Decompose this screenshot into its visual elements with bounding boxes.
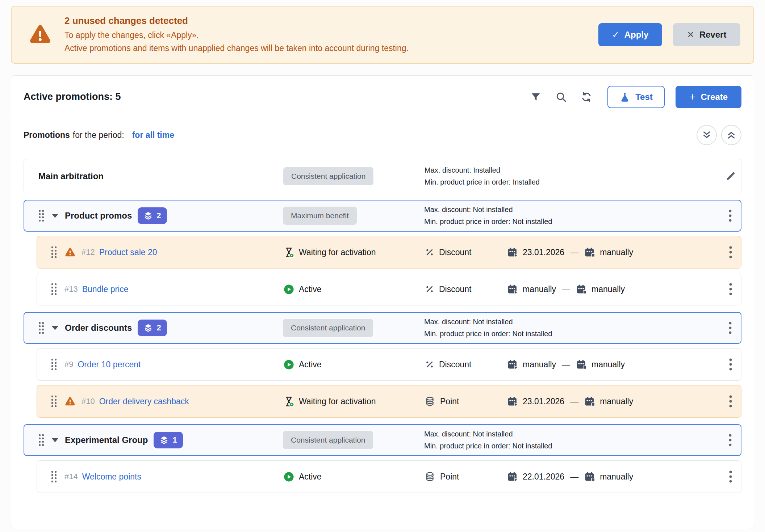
point-icon [425, 396, 436, 407]
promo-type-label: Discount [439, 284, 471, 294]
collapse-all-button[interactable] [721, 125, 741, 145]
row-menu-button[interactable] [720, 395, 741, 408]
discount-icon [425, 247, 435, 257]
calendar-start-icon [507, 359, 518, 370]
group-count-badge: 2 [138, 320, 167, 336]
banner-title: 2 unused changes detected [64, 15, 409, 26]
drag-handle[interactable] [51, 283, 57, 295]
row-menu-button[interactable] [720, 358, 741, 371]
row-menu-button[interactable] [720, 246, 741, 259]
drag-handle[interactable] [39, 210, 44, 221]
collapse-caret-icon[interactable] [52, 214, 58, 218]
revert-button[interactable]: ✕ Revert [673, 23, 740, 46]
drag-handle[interactable] [51, 246, 57, 258]
banner-text: 2 unused changes detected To apply the c… [64, 15, 409, 55]
group-row-order-discounts: Order discounts 2 Consistent application… [24, 312, 741, 344]
promo-id: #12 [81, 248, 95, 257]
promo-name-link[interactable]: Product sale 20 [99, 248, 157, 257]
promo-type-label: Discount [439, 248, 471, 257]
kebab-icon [729, 358, 732, 371]
promo-name-link[interactable]: Welcome points [82, 472, 141, 482]
period-label: Promotionsfor the period: [24, 130, 124, 140]
row-menu-button[interactable] [720, 434, 741, 447]
refresh-button[interactable] [577, 88, 596, 106]
application-mode-badge: Consistent application [283, 319, 373, 337]
search-icon [555, 91, 567, 103]
layers-icon [159, 435, 169, 445]
active-status-icon [283, 359, 294, 370]
promo-row-9: #9 Order 10 percent Active Discount manu… [37, 348, 741, 381]
calendar-start-icon [507, 247, 518, 258]
period-link[interactable]: for all time [132, 130, 174, 140]
arbitration-info: Max. discount: Installed Min. product pr… [419, 166, 720, 186]
calendar-end-icon [584, 396, 595, 407]
promo-name-link[interactable]: Order delivery cashback [99, 397, 189, 406]
active-promotions-title: Active promotions: 5 [24, 91, 121, 102]
refresh-icon [581, 91, 592, 103]
group-title: Product promos [65, 211, 132, 221]
search-button[interactable] [552, 88, 570, 106]
row-menu-button[interactable] [720, 283, 741, 296]
period-row: Promotionsfor the period: for all time [11, 118, 754, 152]
drag-handle[interactable] [39, 322, 44, 334]
promo-id: #14 [64, 472, 78, 481]
promo-dates: 23.01.2026 — manually [507, 396, 633, 407]
banner-line-2: Active promotions and items with unappli… [64, 42, 409, 55]
status-label: Waiting for activation [299, 397, 376, 406]
filter-button[interactable] [526, 88, 545, 106]
calendar-end-icon [584, 471, 595, 482]
warning-icon [64, 247, 76, 258]
promo-dates: manually — manually [507, 359, 625, 370]
promo-row-13: #13 Bundle price Active Discount manuall… [37, 273, 741, 305]
promo-type-label: Point [440, 397, 459, 406]
drag-handle[interactable] [51, 471, 57, 482]
active-status-icon [283, 284, 294, 295]
promo-id: #9 [64, 360, 73, 369]
card-header: Active promotions: 5 Test + Create [11, 76, 754, 118]
promo-row-12: #12 Product sale 20 Waiting for activati… [37, 236, 741, 269]
test-button[interactable]: Test [607, 86, 665, 108]
calendar-end-icon [576, 359, 587, 370]
promo-name-link[interactable]: Order 10 percent [78, 360, 141, 370]
layers-icon [143, 211, 153, 220]
hourglass-icon [283, 396, 294, 407]
unused-changes-banner: 2 unused changes detected To apply the c… [11, 6, 754, 64]
status-label: Active [299, 284, 322, 294]
discount-icon [425, 284, 435, 294]
promo-row-14: #14 Welcome points Active Point 22.01.20… [37, 460, 741, 493]
kebab-icon [729, 283, 732, 296]
arbitration-title: Main arbitration [38, 171, 104, 181]
promo-dates: 23.01.2026 — manually [507, 247, 633, 258]
apply-button[interactable]: ✓ Apply [598, 23, 662, 46]
promo-name-link[interactable]: Bundle price [82, 284, 129, 294]
row-menu-button[interactable] [720, 470, 741, 483]
kebab-icon [729, 470, 732, 483]
expand-all-button[interactable] [697, 125, 717, 145]
warning-icon [28, 23, 52, 47]
group-count-badge: 2 [138, 207, 167, 224]
group-count-badge: 1 [154, 432, 183, 448]
edit-arbitration-button[interactable] [720, 170, 741, 182]
row-menu-button[interactable] [720, 209, 741, 222]
drag-handle[interactable] [39, 434, 44, 446]
status-label: Waiting for activation [299, 248, 376, 257]
kebab-icon [728, 209, 732, 222]
promo-id: #13 [64, 284, 78, 294]
promotions-card: Active promotions: 5 Test + Create Promo… [11, 75, 754, 529]
row-menu-button[interactable] [720, 321, 741, 334]
drag-handle[interactable] [51, 396, 57, 407]
discount-icon [425, 359, 435, 370]
calendar-start-icon [507, 471, 518, 482]
collapse-caret-icon[interactable] [52, 326, 58, 330]
drag-handle[interactable] [51, 359, 57, 370]
group-title: Order discounts [65, 323, 132, 333]
main-arbitration-row: Main arbitration Consistent application … [24, 159, 741, 193]
collapse-caret-icon[interactable] [52, 438, 58, 442]
calendar-start-icon [507, 396, 518, 407]
group-row-experimental-group: Experimental Group 1 Consistent applicat… [24, 424, 741, 456]
kebab-icon [729, 395, 732, 408]
create-button[interactable]: + Create [676, 86, 741, 108]
chevron-double-down-icon [701, 130, 712, 140]
group-info: Max. discount: Not installedMin. product… [419, 430, 720, 450]
application-mode-badge: Consistent application [283, 431, 373, 449]
